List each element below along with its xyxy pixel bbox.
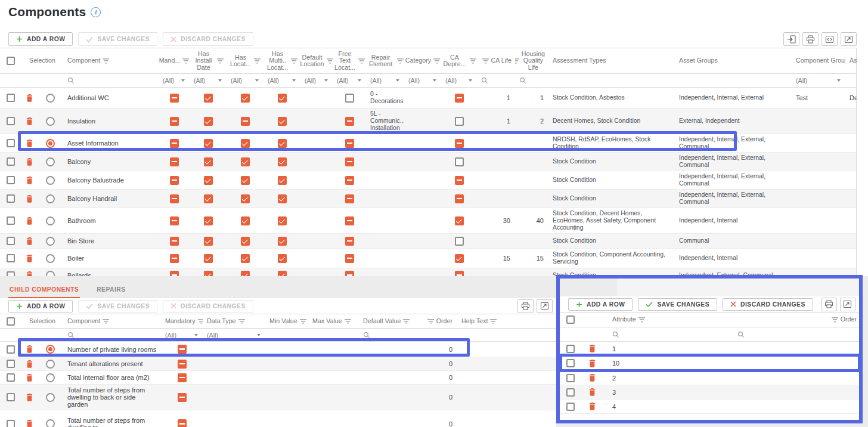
delete-row-icon[interactable] [26,94,33,102]
delete-row-icon[interactable] [26,420,33,427]
delete-row-icon[interactable] [26,255,33,262]
mandatory-checkbox[interactable] [170,254,179,263]
has-multi-location-checkbox[interactable] [278,216,287,225]
component-row[interactable]: Bathroom 30 40 Stock Condition, Decent H… [0,208,856,234]
mandatory-checkbox[interactable] [178,393,187,402]
has-multi-location-checkbox[interactable] [278,94,287,103]
has-multi-location-checkbox[interactable] [278,237,287,246]
free-text-filter-select[interactable]: (All) [333,74,366,87]
col-mandatory[interactable]: Mandatory [161,314,203,328]
mandatory-checkbox[interactable] [178,419,187,427]
has-location-checkbox[interactable] [241,194,250,203]
attribute-filter-input[interactable] [603,327,728,341]
filter-icon[interactable] [403,319,410,324]
attribute-row[interactable]: 3 [560,385,859,400]
delete-row-icon[interactable] [589,345,596,352]
ca-depreciation-checkbox[interactable] [455,194,464,203]
col-has-multi-location[interactable]: Has Multi.. Locat... [264,48,300,73]
repair-element-filter-select[interactable]: (All) [366,74,404,87]
ca-depreciation-checkbox[interactable] [455,216,464,225]
col-order[interactable]: Order [418,314,457,328]
filter-icon[interactable] [638,317,645,323]
col-assessment-types[interactable]: Assessment Types [548,48,675,73]
child-component-row[interactable]: Tenant alterations present 0 [0,357,556,371]
filter-icon[interactable] [433,58,440,64]
housing-quality-life-filter-input[interactable] [515,74,548,87]
free-text-location-checkbox[interactable] [345,176,354,185]
free-text-location-checkbox[interactable] [345,194,354,203]
col-help-text[interactable]: Help Text [457,314,520,328]
component-filter-input[interactable] [63,74,159,87]
col-asset-groups[interactable]: Asset Groups [675,48,792,73]
free-text-location-checkbox[interactable] [345,117,354,126]
col-component-group[interactable]: Component Group [792,48,845,73]
has-multi-location-checkbox[interactable] [278,157,287,166]
add-row-button[interactable]: ADD A ROW [568,298,633,311]
attribute-row[interactable]: 4 [560,400,859,414]
row-select-checkbox[interactable] [7,360,15,368]
col-component[interactable]: Component [63,48,159,73]
has-install-date-checkbox[interactable] [204,194,213,203]
select-all-checkbox[interactable] [566,315,575,324]
filter-icon[interactable] [291,58,297,64]
has-location-checkbox[interactable] [241,216,250,225]
component-row[interactable]: Balcony Balustrade Stock Condition Indep… [0,171,856,190]
free-text-location-checkbox[interactable] [345,254,354,263]
filter-icon[interactable] [217,58,224,64]
component-row[interactable]: Additional WC 0 - Decorations 1 1 Stock … [0,88,856,109]
row-select-checkbox[interactable] [7,216,15,225]
row-select-checkbox[interactable] [7,345,15,354]
component-row[interactable]: Insulation 5L - Communic... Installation… [0,109,856,134]
col-mandatory[interactable]: Mand... [159,48,190,73]
print-button[interactable] [802,32,819,46]
col-component[interactable]: Component [63,314,161,328]
discard-changes-button[interactable]: DISCARD CHANGES [723,298,813,311]
delete-row-icon[interactable] [26,394,33,401]
has-location-checkbox[interactable] [241,94,250,103]
selection-radio[interactable] [46,216,55,225]
row-select-checkbox[interactable] [7,176,15,184]
ca-depre-filter-select[interactable]: (All) [441,74,477,87]
mandatory-checkbox[interactable] [170,194,179,203]
filter-icon[interactable] [254,58,261,64]
delete-row-icon[interactable] [26,360,33,368]
filter-icon[interactable] [482,58,489,64]
add-row-button[interactable]: ADD A ROW [8,300,73,312]
col-has-install-date[interactable]: Has Install Date [190,48,227,73]
free-text-location-checkbox[interactable] [345,94,354,103]
has-multi-location-checkbox[interactable] [278,117,287,126]
default-location-filter-select[interactable]: (All) [300,74,333,87]
row-select-checkbox[interactable] [7,139,15,147]
col-data-type[interactable]: Data Type [203,314,265,328]
filter-icon[interactable] [490,319,497,324]
has-install-date-checkbox[interactable] [204,117,213,126]
has-install-date-checkbox[interactable] [204,254,213,263]
selection-radio[interactable] [46,157,55,166]
component-row[interactable]: Balcony Handrail Stock Condition Indepen… [0,190,856,208]
delete-row-icon[interactable] [589,374,596,382]
select-all-checkbox[interactable] [7,317,15,326]
selection-radio[interactable] [46,373,55,382]
row-select-checkbox[interactable] [566,374,575,382]
mandatory-checkbox[interactable] [170,94,179,103]
col-category[interactable]: Category [404,48,441,73]
has-multi-filter-select[interactable]: (All) [264,74,300,87]
free-text-location-checkbox[interactable] [345,237,354,246]
filter-icon[interactable] [103,58,109,64]
selection-radio[interactable] [46,393,55,402]
selection-radio[interactable] [46,419,55,427]
delete-row-icon[interactable] [589,403,596,410]
col-min-value[interactable]: Min Value [265,314,308,328]
selection-radio[interactable] [46,360,55,369]
filter-icon[interactable] [238,319,245,324]
row-select-checkbox[interactable] [7,373,15,382]
col-free-text-location[interactable]: Free Text Locat... [333,48,366,73]
has-install-date-checkbox[interactable] [204,176,213,185]
row-select-checkbox[interactable] [7,194,15,203]
has-multi-location-checkbox[interactable] [278,194,287,203]
tab-repairs[interactable]: REPAIRS [95,286,127,298]
ca-depreciation-checkbox[interactable] [455,117,464,126]
row-select-checkbox[interactable] [566,403,575,411]
filter-icon[interactable] [300,319,306,324]
filter-icon[interactable] [515,58,519,64]
